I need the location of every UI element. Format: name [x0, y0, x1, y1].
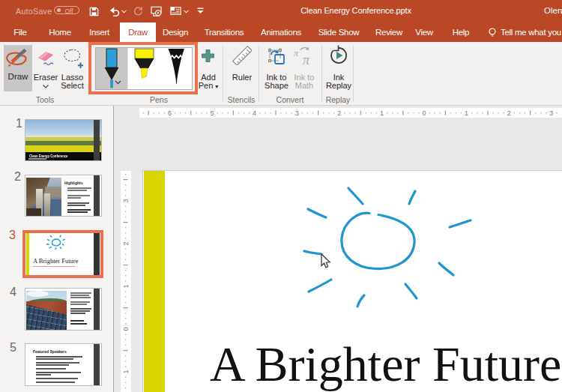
svg-text:2: 2	[122, 241, 130, 245]
svg-text:4: 4	[253, 109, 256, 117]
svg-text:5: 5	[210, 109, 214, 117]
svg-text:6: 6	[168, 109, 172, 117]
svg-text:1: 1	[380, 109, 384, 117]
svg-text:2: 2	[337, 109, 341, 117]
svg-text:3: 3	[122, 199, 130, 202]
svg-text:π: π	[294, 48, 299, 58]
svg-text:1: 1	[122, 284, 130, 288]
svg-text:0: 0	[422, 109, 426, 117]
svg-text:3: 3	[549, 109, 553, 117]
svg-text:3: 3	[295, 109, 299, 117]
svg-text:2: 2	[507, 109, 511, 117]
svg-text:π: π	[303, 52, 310, 66]
svg-text:1: 1	[465, 109, 468, 117]
svg-text:0: 0	[122, 327, 130, 331]
svg-text:1: 1	[122, 370, 130, 373]
